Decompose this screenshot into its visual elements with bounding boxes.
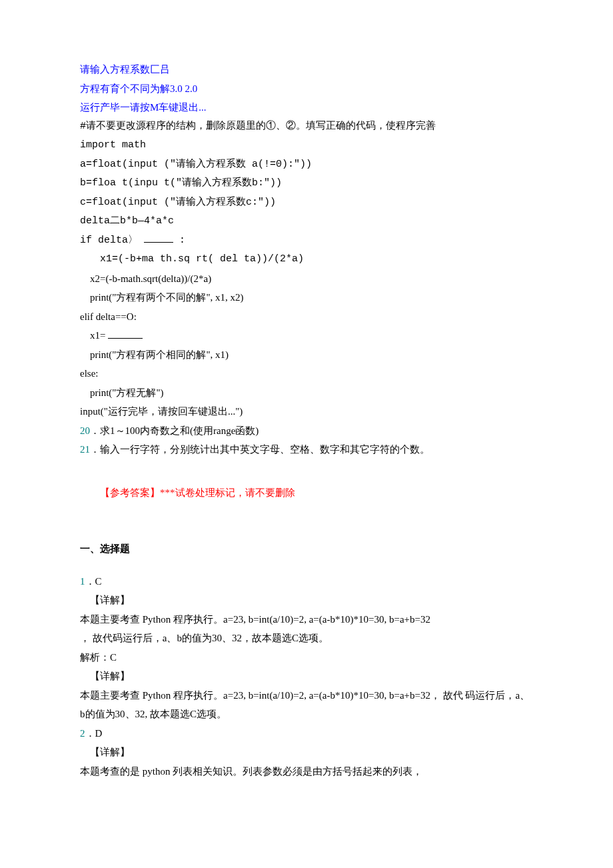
code-a: a=float(input ("请输入方程系数 a(!=0):")): [80, 155, 533, 175]
ans1-detail-body: 本题主要考查 Python 程序执行。a=23, b=int(a/10)=2, …: [80, 610, 533, 629]
code-b: b=floa t(inpu t("请输入方程系数b:")): [80, 174, 533, 193]
code-comment: #请不要更改源程序的结构，删除原题里的①、②。填写正确的代码，使程序完善: [80, 117, 533, 137]
ans1-detail-tag2: 【详解】: [80, 667, 533, 686]
if-prefix: if delta〉: [80, 235, 138, 246]
ans1-detail-tag: 【详解】: [80, 591, 533, 610]
section-header: 一、选择题: [80, 539, 533, 559]
code-delta: delta二b*b—4*a*c: [80, 212, 533, 231]
question-20: 20．求1～100内奇数之和(使用range函数): [80, 421, 533, 441]
page-root: 请输入方程系数匚吕 方程有育个不同为解3.0 2.0 运行产毕一请按M车键退出.…: [0, 0, 613, 868]
output-line-1: 请输入方程系数匚吕: [80, 60, 533, 79]
output-line-3: 运行产毕一请按M车键退出...: [80, 98, 533, 117]
q20-number: 20: [80, 425, 90, 436]
blank-2[interactable]: [108, 338, 143, 339]
output-line-2: 方程有育个不同为解3.0 2.0: [80, 79, 533, 99]
ans2-label: ．D: [85, 728, 103, 739]
blank-1[interactable]: [144, 242, 173, 243]
code-else: else:: [80, 364, 533, 383]
question-21: 21．输入一行字符，分别统计出其中英文字母、空格、数字和其它字符的个数。: [80, 440, 533, 459]
ans1-label: ．C: [85, 576, 102, 587]
code-import: import math: [80, 136, 533, 155]
q21-text: ．输入一行字符，分别统计出其中英文字母、空格、数字和其它字符的个数。: [90, 444, 430, 455]
code-print2: print("方程有两个相同的解", x1): [80, 345, 533, 365]
ans1-detail-body2: ， 故代码运行后，a、b的值为30、32，故本题选C选项。: [80, 629, 533, 648]
answers-header-text: 【参考答案】***试卷处理标记，请不要删除: [100, 487, 295, 498]
code-print3: print("方程无解"): [80, 383, 533, 403]
code-if: if delta〉 :: [80, 231, 533, 251]
ans1-jie: 解析：C: [80, 648, 533, 667]
code-input-end: input("运行完毕，请按回车键退出..."): [80, 402, 533, 421]
ans1-detail2-body: 本题主要考查 Python 程序执行。a=23, b=int(a/10)=2, …: [80, 686, 533, 724]
code-x1b: x1=: [80, 326, 533, 345]
ans2-number: 2: [80, 728, 85, 739]
q21-number: 21: [80, 444, 90, 455]
code-c: c=float(input ("请输入方程系数c:")): [80, 193, 533, 213]
answer-1-header: 1．C: [80, 572, 533, 591]
ans1-number: 1: [80, 576, 85, 587]
x1b-prefix: x1=: [90, 330, 105, 341]
code-x1a: x1=(-b+ma th.sq rt( del ta))/(2*a): [80, 250, 533, 269]
code-x2a: x2=(-b-math.sqrt(delta))/(2*a): [80, 269, 533, 289]
answers-header: 【参考答案】***试卷处理标记，请不要删除: [80, 483, 533, 503]
code-print1: print("方程有两个不同的解", x1, x2): [80, 288, 533, 307]
answer-2-header: 2．D: [80, 724, 533, 743]
ans2-detail-body: 本题考查的是 python 列表相关知识。列表参数必须是由方括号括起来的列表，: [80, 762, 533, 781]
ans2-detail-tag: 【详解】: [80, 743, 533, 762]
q20-text: ．求1～100内奇数之和(使用range函数): [90, 425, 259, 436]
code-elif: elif delta==O:: [80, 307, 533, 327]
if-suffix: :: [179, 235, 185, 246]
